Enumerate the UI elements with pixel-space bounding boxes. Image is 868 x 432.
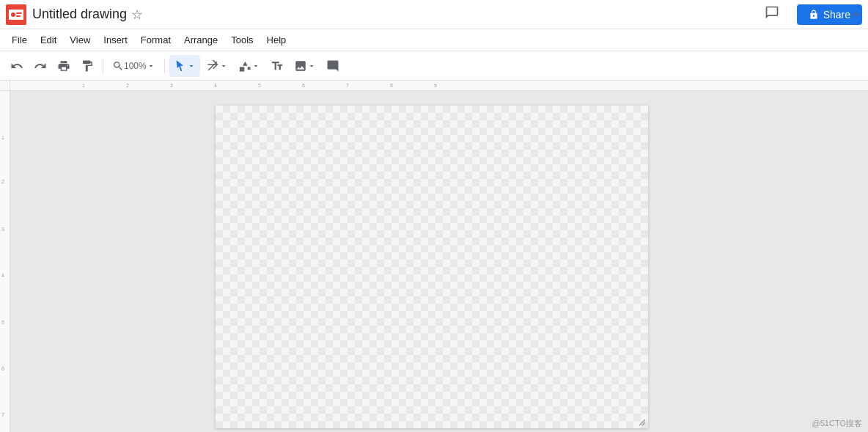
- separator-2: [164, 59, 165, 73]
- ruler-h-1: 1: [82, 83, 85, 88]
- title-bar: Untitled drawing ☆ Share: [0, 0, 868, 29]
- drawing-canvas-wrapper[interactable]: [10, 91, 868, 432]
- ruler-h-9: 9: [434, 83, 437, 88]
- ruler-v-7: 7: [1, 412, 8, 417]
- ruler-v-6: 6: [1, 366, 8, 371]
- ruler-h-8: 8: [390, 83, 393, 88]
- menu-bar: File Edit View Insert Format Arrange Too…: [0, 29, 868, 51]
- svg-rect-4: [16, 15, 21, 17]
- ruler-v-5: 5: [1, 320, 8, 325]
- ruler-v-2: 2: [1, 179, 8, 184]
- line-tool-group[interactable]: [202, 55, 232, 77]
- ruler-v-3: 3: [1, 227, 8, 232]
- paintformat-button[interactable]: [76, 55, 98, 77]
- line-tool-button[interactable]: [202, 55, 232, 77]
- svg-rect-3: [16, 12, 22, 14]
- resize-handle[interactable]: [638, 418, 647, 427]
- image-tool-group[interactable]: [290, 55, 320, 77]
- textbox-tool-button[interactable]: [266, 55, 288, 77]
- canvas-area: 1 2 3 4 5 6 7 8 9: [10, 81, 868, 432]
- ruler-h-3: 3: [170, 83, 173, 88]
- ruler-v-1: 1: [1, 135, 8, 140]
- menu-help[interactable]: Help: [261, 32, 293, 48]
- zoom-control[interactable]: 100%: [108, 55, 160, 77]
- print-button[interactable]: [53, 55, 75, 77]
- image-tool-button[interactable]: [290, 55, 320, 77]
- ruler-h-4: 4: [214, 83, 217, 88]
- collapse-toolbar-button[interactable]: [849, 0, 862, 29]
- document-title[interactable]: Untitled drawing: [32, 7, 127, 22]
- menu-insert[interactable]: Insert: [98, 32, 133, 48]
- svg-point-2: [11, 12, 15, 17]
- ruler-vertical: 1 2 3 4 5 6 7: [0, 81, 10, 432]
- undo-button[interactable]: [6, 55, 28, 77]
- ruler-horizontal: 1 2 3 4 5 6 7 8 9: [10, 81, 868, 91]
- share-label: Share: [823, 9, 850, 21]
- menu-arrange[interactable]: Arrange: [178, 32, 224, 48]
- menu-edit[interactable]: Edit: [34, 32, 62, 48]
- shape-tool-button[interactable]: [234, 55, 265, 77]
- main-area: 1 2 3 4 5 6 7 1 2 3 4 5 6 7 8 9: [0, 81, 868, 432]
- zoom-button[interactable]: 100%: [108, 55, 160, 77]
- drawing-canvas[interactable]: [216, 106, 648, 428]
- menu-view[interactable]: View: [64, 32, 96, 48]
- toolbar: 100%: [0, 51, 868, 81]
- watermark: @51CTO搜客: [812, 418, 862, 429]
- app-logo: [6, 4, 26, 25]
- comment-button[interactable]: [759, 2, 785, 26]
- select-tool-button[interactable]: [169, 55, 200, 77]
- menu-file[interactable]: File: [6, 32, 33, 48]
- ruler-h-2: 2: [126, 83, 129, 88]
- star-icon[interactable]: ☆: [131, 7, 143, 23]
- ruler-h-5: 5: [258, 83, 261, 88]
- ruler-h-7: 7: [346, 83, 349, 88]
- menu-format[interactable]: Format: [135, 32, 177, 48]
- redo-button[interactable]: [29, 55, 51, 77]
- ruler-v-4: 4: [1, 273, 8, 278]
- canvas-background: [216, 106, 648, 428]
- ruler-h-6: 6: [302, 83, 305, 88]
- separator-1: [103, 59, 103, 73]
- zoom-label: 100%: [124, 61, 147, 71]
- menu-tools[interactable]: Tools: [225, 32, 259, 48]
- shape-tool-group[interactable]: [234, 55, 265, 77]
- comment-tool-button[interactable]: [322, 55, 344, 77]
